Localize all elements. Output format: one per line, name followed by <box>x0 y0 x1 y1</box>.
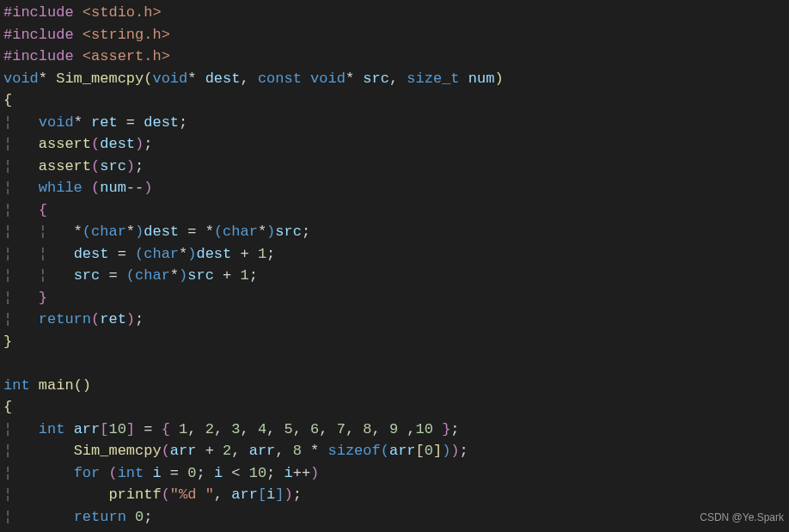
header-file: <assert.h> <box>83 48 170 64</box>
assert-call: assert <box>39 136 91 152</box>
keyword-sizeof: sizeof <box>328 443 381 459</box>
param-num: num <box>468 70 495 87</box>
param-dest: dest <box>205 70 241 87</box>
keyword-int: int <box>3 377 30 394</box>
header-file: <string.h> <box>83 27 170 43</box>
keyword-return: return <box>39 311 91 327</box>
keyword-while: while <box>39 180 83 196</box>
function-main: main <box>39 377 74 394</box>
type-sizet: size_t <box>407 70 459 87</box>
printf-call: printf <box>108 486 161 503</box>
header-file: <stdio.h> <box>83 4 162 21</box>
var-arr: arr <box>74 421 101 437</box>
format-string: "%d " <box>170 486 214 503</box>
keyword-void: void <box>3 70 39 87</box>
type-char: char <box>91 223 126 240</box>
code-editor[interactable]: #include <stdio.h> #include <string.h> #… <box>0 0 533 532</box>
function-name: Sim_memcpy <box>56 70 144 87</box>
param-src: src <box>363 70 389 87</box>
keyword-for: for <box>74 465 101 481</box>
preprocessor: #include <box>3 4 83 21</box>
var-ret: ret <box>91 114 118 131</box>
preprocessor: #include <box>3 48 83 64</box>
keyword-const: const <box>258 70 302 87</box>
preprocessor: #include <box>3 27 83 43</box>
watermark: CSDN @Ye.Spark <box>700 507 784 529</box>
var-i: i <box>152 465 161 481</box>
